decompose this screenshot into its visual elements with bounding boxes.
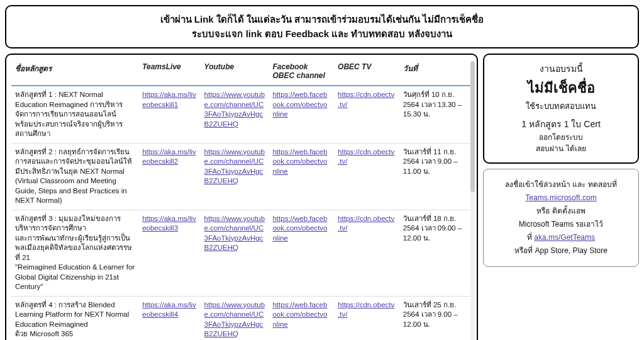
cell-date: วันเสาร์ที่ 25 ก.ย. 2564 เวลา 9.00 – 12.… [399, 296, 474, 340]
teams-link[interactable]: Teams.microsoft.com [525, 193, 596, 202]
obectv-cell: https://cdn.obectv.tv/ [334, 86, 399, 143]
info-box: งานอบรมนี้ ไม่มีเช็คชื่อ ใช้ระบบทดสอบแทน… [483, 54, 639, 164]
banner-line1: เข้าผ่าน Link ใดก็ได้ ในแต่ละวัน สามารถเ… [14, 13, 630, 27]
cell-date: วันเสาร์ที่ 18 ก.ย. 2564 เวลา 09.00 – 12… [399, 210, 474, 296]
cell-date: วันศุกร์ที่ 10 ก.ย. 2564 เวลา 13.30 – 15… [399, 86, 474, 143]
facebook-link[interactable]: https://web.facebook.com/obectvonline [272, 91, 327, 118]
cell-date: วันเสาร์ที่ 11 ก.ย. 2564 เวลา 9.00 – 11.… [399, 143, 474, 210]
top-banner: เข้าผ่าน Link ใดก็ได้ ในแต่ละวัน สามารถเ… [5, 5, 639, 48]
login-line2: หรือ ติดตั้งแอพ [490, 205, 632, 218]
login-line5: หรือที่ App Store, Play Store [490, 244, 632, 258]
info-line1: งานอบรมนี้ [489, 62, 633, 76]
info-line4: 1 หลักสูตร 1 ใบ Cert [489, 118, 633, 132]
teams-link[interactable]: https://aka.ms/liveobecskill4 [142, 301, 196, 319]
login-line3: Microsoft Teams รอเอาไว้ [490, 218, 632, 231]
schedule-table: ชื่อหลักสูตร TeamsLive Youtube Facebook … [11, 60, 474, 340]
table-row: หลักสูตรที่ 3 : มุมมองใหม่ของการบริหารกา… [11, 210, 474, 296]
teams-cell: https://aka.ms/liveobecskill2 [138, 143, 200, 210]
facebook-cell: https://web.facebook.com/obectvonline [269, 86, 334, 143]
cell-course: หลักสูตรที่ 1 : NEXT Normal Education Re… [11, 86, 138, 143]
info-line5: ออกโดยระบบ [489, 132, 633, 144]
table-row: หลักสูตรที่ 1 : NEXT Normal Education Re… [11, 86, 474, 143]
getteams-link[interactable]: aka.ms/GetTeams [534, 233, 595, 242]
teams-link[interactable]: https://aka.ms/liveobecskill2 [142, 148, 196, 166]
youtube-link[interactable]: https://www.youtube.com/channel/UC3FAoTk… [204, 215, 265, 252]
table-row: หลักสูตรที่ 4 : การสร้าง Blended Learnin… [11, 296, 474, 340]
facebook-cell: https://web.facebook.com/obectvonline [269, 143, 334, 210]
youtube-link[interactable]: https://www.youtube.com/channel/UC3FAoTk… [204, 91, 265, 128]
login-line1: ลงชื่อเข้าใช้ล่วงหน้า และ ทดสอบที่ [490, 178, 632, 191]
th-teams: TeamsLive [138, 60, 200, 86]
th-obectv: OBEC TV [334, 60, 399, 86]
obectv-link[interactable]: https://cdn.obectv.tv/ [338, 215, 394, 232]
login-line4-pre: ที่ [527, 233, 534, 242]
th-date: วันที่ [399, 60, 474, 86]
obectv-link[interactable]: https://cdn.obectv.tv/ [338, 301, 394, 319]
login-box: ลงชื่อเข้าใช้ล่วงหน้า และ ทดสอบที่ Teams… [483, 169, 639, 267]
teams-link[interactable]: https://aka.ms/liveobecskill3 [142, 215, 196, 232]
youtube-link[interactable]: https://www.youtube.com/channel/UC3FAoTk… [204, 301, 265, 338]
info-line3: ใช้ระบบทดสอบแทน [489, 100, 633, 113]
obectv-link[interactable]: https://cdn.obectv.tv/ [338, 91, 394, 108]
obectv-cell: https://cdn.obectv.tv/ [334, 143, 399, 210]
scrollbar[interactable] [470, 61, 475, 340]
th-facebook: Facebook OBEC channel [269, 60, 334, 86]
th-course: ชื่อหลักสูตร [11, 60, 138, 86]
youtube-cell: https://www.youtube.com/channel/UC3FAoTk… [201, 143, 269, 210]
youtube-link[interactable]: https://www.youtube.com/channel/UC3FAoTk… [204, 148, 265, 185]
obectv-cell: https://cdn.obectv.tv/ [334, 210, 399, 296]
youtube-cell: https://www.youtube.com/channel/UC3FAoTk… [201, 210, 269, 296]
obectv-link[interactable]: https://cdn.obectv.tv/ [338, 148, 394, 166]
info-line2: ไม่มีเช็คชื่อ [489, 77, 633, 99]
facebook-link[interactable]: https://web.facebook.com/obectvonline [272, 148, 327, 175]
info-line6: สอบผ่าน ได้เลย [489, 143, 633, 155]
facebook-cell: https://web.facebook.com/obectvonline [269, 296, 334, 340]
facebook-cell: https://web.facebook.com/obectvonline [269, 210, 334, 296]
schedule-table-container: ชื่อหลักสูตร TeamsLive Youtube Facebook … [5, 54, 478, 340]
teams-cell: https://aka.ms/liveobecskill4 [138, 296, 200, 340]
youtube-cell: https://www.youtube.com/channel/UC3FAoTk… [201, 296, 269, 340]
cell-course: หลักสูตรที่ 4 : การสร้าง Blended Learnin… [11, 296, 138, 340]
banner-line2: ระบบจะแจก link ตอบ Feedback และ ทำบททดสอ… [14, 27, 630, 42]
facebook-link[interactable]: https://web.facebook.com/obectvonline [272, 215, 327, 242]
obectv-cell: https://cdn.obectv.tv/ [334, 296, 399, 340]
teams-cell: https://aka.ms/liveobecskill3 [138, 210, 200, 296]
teams-cell: https://aka.ms/liveobecskill1 [138, 86, 200, 143]
table-row: หลักสูตรที่ 2 : กลยุทธ์การจัดการเรียนการ… [11, 143, 474, 210]
cell-course: หลักสูตรที่ 2 : กลยุทธ์การจัดการเรียนการ… [11, 143, 138, 210]
youtube-cell: https://www.youtube.com/channel/UC3FAoTk… [201, 86, 269, 143]
teams-link[interactable]: https://aka.ms/liveobecskill1 [142, 91, 196, 108]
facebook-link[interactable]: https://web.facebook.com/obectvonline [272, 301, 327, 328]
scrollbar-thumb[interactable] [470, 61, 475, 192]
th-youtube: Youtube [201, 60, 269, 86]
cell-course: หลักสูตรที่ 3 : มุมมองใหม่ของการบริหารกา… [11, 210, 138, 296]
